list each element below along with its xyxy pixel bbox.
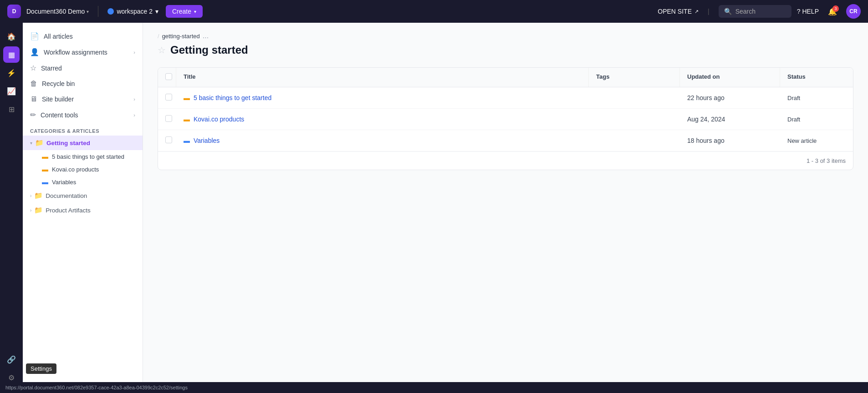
th-tags-label: Tags	[596, 73, 609, 80]
create-label: Create	[172, 8, 191, 15]
rail-item-home[interactable]: 🏠	[3, 28, 20, 45]
breadcrumb-current[interactable]: getting-started	[162, 33, 200, 40]
getting-started-chevron-icon: ▾	[30, 141, 32, 146]
td-checkbox-2	[158, 109, 176, 130]
row3-checkbox[interactable]	[165, 136, 172, 143]
pagination-info: 1 - 3 of 3 items	[158, 151, 853, 170]
rail-item-analytics[interactable]: 📈	[3, 83, 20, 99]
rail-item-articles[interactable]: ▦	[3, 46, 20, 63]
site-builder-icon: 🖥	[30, 95, 37, 103]
basic-things-label: 5 basic things to get started	[52, 153, 124, 160]
kovai-label: Kovai.co products	[52, 166, 99, 173]
td-checkbox-3	[158, 130, 176, 151]
all-articles-icon: 📄	[30, 32, 39, 40]
rail-item-integrations[interactable]: 🔗	[3, 351, 20, 368]
row2-checkbox[interactable]	[165, 115, 172, 122]
td-updated-2: Aug 24, 2024	[680, 109, 780, 129]
header-separator: |	[708, 8, 710, 15]
main-content: / getting-started ... ☆ Getting started …	[143, 23, 868, 393]
help-button[interactable]: ? HELP	[797, 8, 819, 15]
open-site-label: OPEN SITE	[658, 8, 692, 15]
td-title-1[interactable]: ▬ 5 basic things to get started	[176, 88, 589, 108]
row1-checkbox[interactable]	[165, 94, 172, 101]
favorite-star-icon[interactable]: ☆	[158, 45, 166, 55]
create-button[interactable]: Create ▾	[166, 5, 203, 18]
workspace-chevron-icon: ▾	[155, 8, 158, 15]
table-row: ▬ 5 basic things to get started 22 hours…	[158, 87, 853, 109]
select-all-checkbox[interactable]	[165, 73, 172, 80]
td-checkbox-1	[158, 87, 176, 108]
create-dropdown-arrow-icon: ▾	[194, 9, 196, 14]
help-label: HELP	[802, 8, 819, 15]
all-articles-label: All articles	[44, 33, 73, 40]
tree-item-documentation[interactable]: › 📁 Documentation	[23, 188, 143, 203]
sidebar-item-content-tools[interactable]: ✏ Content tools ›	[23, 107, 143, 123]
documentation-label: Documentation	[46, 192, 87, 199]
sidebar-item-starred[interactable]: ☆ Starred	[23, 60, 143, 76]
workspace-selector[interactable]: workspace 2 ▾	[107, 8, 158, 15]
getting-started-label: Getting started	[46, 140, 90, 146]
sidebar-item-workflow[interactable]: 👤 Workflow assignments ›	[23, 44, 143, 60]
app-name-button[interactable]: Document360 Demo ▾	[26, 8, 89, 15]
tree-child-variables[interactable]: ▬ Variables	[23, 176, 143, 188]
td-status-3: New article	[780, 131, 853, 151]
tree-child-kovai[interactable]: ▬ Kovai.co products	[23, 163, 143, 176]
site-builder-label: Site builder	[42, 96, 74, 103]
tree-item-getting-started[interactable]: ▾ 📁 Getting started	[23, 136, 143, 150]
td-updated-1: 22 hours ago	[680, 88, 780, 108]
th-status: Status	[780, 68, 853, 87]
tree-item-product-artifacts[interactable]: › 📁 Product Artifacts	[23, 203, 143, 217]
rail-bottom-section: 🔗 ⚙ Settings	[3, 351, 20, 386]
app-name-chevron-icon: ▾	[87, 9, 89, 14]
getting-started-folder-icon: 📁	[35, 139, 44, 147]
workflow-icon: ⚡	[7, 69, 16, 77]
app-header: D Document360 Demo ▾ workspace 2 ▾ Creat…	[0, 0, 868, 23]
page-header: ☆ Getting started	[158, 44, 853, 56]
row1-title: 5 basic things to get started	[194, 94, 271, 101]
content-tools-chevron-icon: ›	[133, 112, 135, 118]
help-icon: ?	[797, 8, 801, 15]
tree-child-basic-things[interactable]: ▬ 5 basic things to get started	[23, 150, 143, 163]
rail-item-widgets[interactable]: ⊞	[3, 101, 20, 117]
analytics-icon: 📈	[7, 87, 16, 96]
open-site-button[interactable]: OPEN SITE ↗	[658, 8, 699, 15]
breadcrumb-more-button[interactable]: ...	[203, 32, 209, 40]
sidebar-item-site-builder[interactable]: 🖥 Site builder ›	[23, 91, 143, 107]
integrations-icon: 🔗	[7, 355, 16, 364]
td-title-2[interactable]: ▬ Kovai.co products	[176, 109, 589, 129]
variables-label: Variables	[52, 179, 76, 186]
external-link-icon: ↗	[694, 9, 699, 15]
row1-updated: 22 hours ago	[687, 94, 725, 101]
content-tools-label: Content tools	[41, 111, 78, 119]
search-bar[interactable]: 🔍 Search	[719, 5, 791, 18]
td-status-2: Draft	[780, 109, 853, 129]
notifications-button[interactable]: 🔔 3	[828, 7, 837, 16]
th-tags: Tags	[589, 68, 680, 87]
row2-updated: Aug 24, 2024	[687, 116, 725, 123]
sidebar-item-recycle-bin[interactable]: 🗑 Recycle bin	[23, 76, 143, 91]
workflow-label: Workflow assignments	[44, 49, 107, 56]
main-inner: / getting-started ... ☆ Getting started …	[143, 23, 868, 179]
td-tags-3	[589, 134, 680, 147]
th-checkbox	[158, 68, 176, 87]
rail-item-workflow[interactable]: ⚡	[3, 65, 20, 81]
header-divider	[98, 6, 98, 17]
row2-title: Kovai.co products	[194, 116, 244, 123]
td-status-1: Draft	[780, 88, 853, 108]
workspace-label: workspace 2	[117, 8, 153, 15]
recycle-bin-icon: 🗑	[30, 80, 37, 88]
td-tags-2	[589, 113, 680, 126]
articles-icon: ▦	[8, 50, 15, 59]
user-avatar[interactable]: CR	[846, 4, 861, 19]
table-header-row: Title Tags Updated on Status	[158, 68, 853, 87]
sidebar: 📄 All articles 👤 Workflow assignments › …	[23, 23, 143, 393]
td-title-3[interactable]: ▬ Variables	[176, 131, 589, 151]
breadcrumb-separator: /	[158, 33, 159, 40]
widgets-icon: ⊞	[9, 105, 15, 114]
table-row: ▬ Kovai.co products Aug 24, 2024 Draft	[158, 109, 853, 130]
sidebar-item-all-articles[interactable]: 📄 All articles	[23, 28, 143, 44]
row1-status-badge: Draft	[787, 95, 800, 101]
left-rail: 🏠 ▦ ⚡ 📈 ⊞ 🔗 ⚙ Settings	[0, 23, 23, 393]
th-title-label: Title	[184, 73, 196, 80]
page-title: Getting started	[170, 44, 248, 56]
